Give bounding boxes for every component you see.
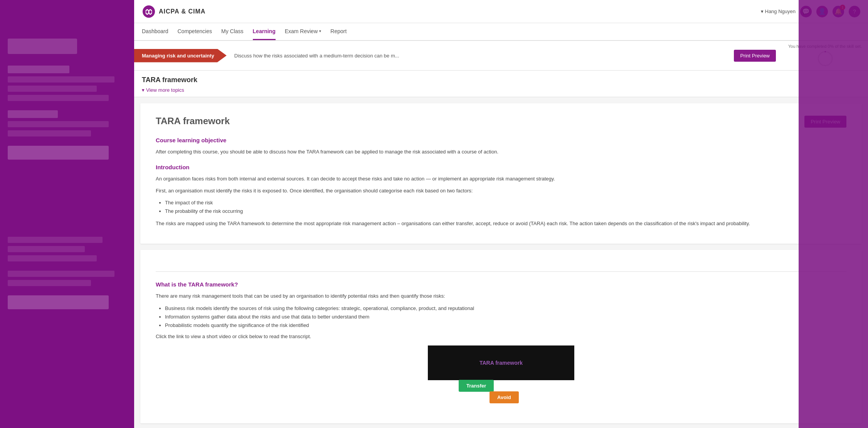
intro-text-2: First, an organisation must identify the… — [156, 187, 846, 195]
section-divider — [156, 271, 846, 272]
transfer-button[interactable]: Transfer — [459, 380, 494, 392]
avoid-button[interactable]: Avoid — [490, 391, 519, 403]
user-name: ▾ Hang Nguyen — [761, 8, 796, 14]
nav-examreview[interactable]: Exam Review ▾ — [285, 24, 321, 40]
section2-bullets: Business risk models identify the source… — [165, 304, 846, 330]
intro-text-1: An organisation faces risks from both in… — [156, 175, 846, 183]
nav-report[interactable]: Report — [330, 24, 347, 40]
logo: AICPA & CIMA — [142, 5, 205, 19]
video-wrapper: TARA framework Transfer Avoid — [428, 345, 574, 380]
click-link-text: Click the link to view a short video or … — [156, 334, 846, 339]
right-sidebar — [799, 0, 868, 428]
skill-label: Managing risk and uncertainty — [134, 49, 227, 62]
what-tara-heading: What is the TARA framework? — [156, 281, 846, 288]
nav-competencies[interactable]: Competencies — [178, 24, 212, 40]
chevron-down-icon: ▾ — [319, 29, 321, 33]
bullet-info-systems: Information systems gather data about th… — [165, 313, 846, 321]
bullet-probability: The probability of the risk occurring — [165, 207, 846, 216]
section2-text-1: There are many risk management tools tha… — [156, 292, 846, 300]
content-title: TARA framework — [156, 116, 230, 126]
header: AICPA & CIMA ▾ Hang Nguyen 💬 👤 🔔 1 ? — [134, 0, 868, 23]
intro-heading: Introduction — [156, 164, 846, 170]
left-sidebar — [0, 0, 134, 428]
topic-area: TARA framework ▾ View more topics — [134, 71, 868, 97]
logo-text: AICPA & CIMA — [159, 8, 205, 15]
nav-myclass[interactable]: My Class — [221, 24, 244, 40]
logo-icon — [142, 5, 156, 19]
content-section-2: What is the TARA framework? There are ma… — [140, 250, 862, 423]
bullet-business-risk: Business risk models identify the source… — [165, 304, 846, 313]
view-more-topics[interactable]: ▾ View more topics — [142, 87, 860, 93]
print-preview-button-top[interactable]: Print Preview — [734, 50, 776, 62]
intro-bullets: The impact of the risk The probability o… — [165, 199, 846, 216]
content-header: TARA framework Print Preview — [156, 116, 846, 128]
video-frame[interactable]: TARA framework — [428, 345, 574, 380]
video-title: TARA framework — [479, 360, 523, 366]
content-section-1: TARA framework Print Preview Course lear… — [140, 103, 862, 244]
course-objective-heading: Course learning objective — [156, 137, 846, 143]
skill-bar: Managing risk and uncertainty Discuss ho… — [134, 41, 868, 71]
skill-description: Discuss how the risks associated with a … — [227, 49, 734, 62]
nav-dashboard[interactable]: Dashboard — [142, 24, 168, 40]
chevron-down-icon-topics: ▾ — [142, 87, 145, 93]
nav-learning[interactable]: Learning — [253, 24, 276, 40]
bullet-probabilistic: Probabilistic models quantify the signif… — [165, 321, 846, 330]
nav-bar: Dashboard Competencies My Class Learning… — [134, 23, 868, 41]
intro-text-3: The risks are mapped using the TARA fram… — [156, 220, 846, 228]
course-objective-text: After completing this course, you should… — [156, 148, 846, 156]
topic-title: TARA framework — [142, 76, 860, 84]
bullet-impact: The impact of the risk — [165, 199, 846, 207]
